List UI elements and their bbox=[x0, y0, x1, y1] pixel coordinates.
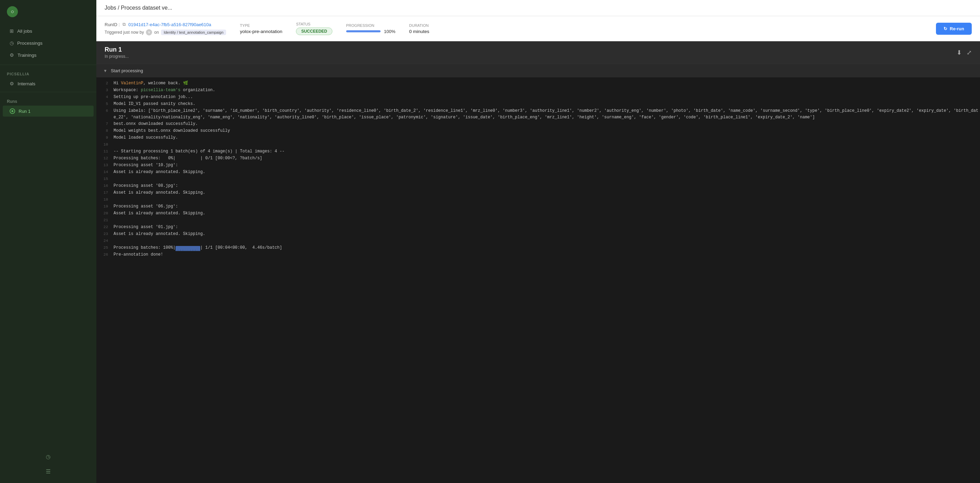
sidebar-item-run-1[interactable]: Run 1 bbox=[3, 106, 94, 117]
run-item-label: Run 1 bbox=[19, 109, 30, 114]
log-line-number: 11 bbox=[96, 148, 113, 155]
log-line-text: Workspace: picsellia-team's organization… bbox=[113, 87, 980, 94]
progression-bar-bg bbox=[346, 30, 380, 32]
duration-value: 0 minutes bbox=[409, 29, 430, 34]
log-line-text: Processing asset '06.jpg': bbox=[113, 203, 980, 210]
sidebar-item-all-jobs[interactable]: ⊞ All jobs bbox=[3, 25, 94, 37]
picsellia-section-label: Picsellia bbox=[0, 67, 96, 78]
sidebar-item-processings[interactable]: ◷ Processings bbox=[3, 37, 94, 49]
progression-bar-wrap: 100% bbox=[346, 29, 395, 34]
download-button[interactable]: ⬇ bbox=[956, 49, 962, 56]
triggered-row: Triggered just now by V on Identity / te… bbox=[105, 29, 226, 35]
type-col: Type yolox-pre-annotation bbox=[240, 24, 282, 34]
log-line-text: Processing batches: 100%|██████████| 1/1… bbox=[113, 245, 980, 251]
progression-label: Progression bbox=[346, 24, 395, 27]
log-line-text: Pre-annotation done! bbox=[113, 251, 980, 258]
log-line-text: Model ID_V1 passed sanity checks. bbox=[113, 101, 980, 107]
run-dot-inner bbox=[11, 110, 13, 112]
log-line: 16Processing asset '08.jpg': bbox=[96, 183, 980, 189]
log-line-number: 16 bbox=[96, 183, 113, 189]
status-col: Status SUCCEEDED bbox=[296, 22, 332, 35]
log-line-number: 24 bbox=[96, 238, 113, 244]
run-header-bar: Run 1 In progress... ⬇ ⤢ bbox=[96, 41, 980, 64]
rerun-button[interactable]: ↻ Re-run bbox=[936, 23, 972, 35]
sidebar-bottom-icon-clock[interactable]: ◷ bbox=[0, 449, 96, 464]
log-panel: ▼ Start processing 2Hi ValentinP, welcom… bbox=[96, 64, 980, 261]
status-badge: SUCCEEDED bbox=[296, 27, 332, 35]
log-line: 4Setting up pre-annotation job... bbox=[96, 94, 980, 101]
log-line: 24 bbox=[96, 238, 980, 245]
log-line-text: -- Starting processing 1 batch(es) of 4 … bbox=[113, 148, 980, 155]
log-line: 15 bbox=[96, 176, 980, 183]
log-line: 11-- Starting processing 1 batch(es) of … bbox=[96, 148, 980, 155]
log-line-text: Asset is already annotated. Skipping. bbox=[113, 169, 980, 175]
log-line: 10 bbox=[96, 141, 980, 148]
sidebar-top-nav: ⊞ All jobs ◷ Processings ⚙ Trainings bbox=[0, 24, 96, 63]
log-line-number: 12 bbox=[96, 155, 113, 162]
log-line: 20Asset is already annotated. Skipping. bbox=[96, 210, 980, 217]
log-line-text: Processing asset '10.jpg': bbox=[113, 162, 980, 168]
log-line-number: 19 bbox=[96, 203, 113, 210]
triggered-on: on bbox=[154, 30, 159, 35]
log-line: 9Model loaded successfully. bbox=[96, 135, 980, 141]
duration-label: Duration bbox=[409, 24, 430, 27]
log-line-number: 3 bbox=[96, 87, 113, 94]
type-label: Type bbox=[240, 24, 282, 27]
log-body: 2Hi ValentinP, welcome back. 🌿3Workspace… bbox=[96, 78, 980, 261]
sidebar-divider bbox=[0, 65, 96, 65]
log-line: 23Asset is already annotated. Skipping. bbox=[96, 231, 980, 238]
log-section-header[interactable]: ▼ Start processing bbox=[96, 64, 980, 78]
run-header-actions: ⬇ ⤢ bbox=[956, 49, 972, 56]
chevron-down-icon: ▼ bbox=[103, 68, 107, 73]
sidebar: ○ ⊞ All jobs ◷ Processings ⚙ Trainings P… bbox=[0, 0, 96, 483]
rerun-label: Re-run bbox=[950, 26, 964, 31]
log-line-text: Asset is already annotated. Skipping. bbox=[113, 210, 980, 217]
expand-button[interactable]: ⤢ bbox=[967, 49, 972, 56]
log-line-text: Processing asset '08.jpg': bbox=[113, 183, 980, 189]
log-line-number: 22 bbox=[96, 224, 113, 230]
log-section-title: Start processing bbox=[111, 68, 143, 73]
run-id-value[interactable]: 01941d17-e4ac-7fb5-a516-827f90ae610a bbox=[128, 22, 211, 27]
log-line-number: 6 bbox=[96, 108, 113, 114]
rerun-icon: ↻ bbox=[943, 26, 947, 31]
log-line-number: 5 bbox=[96, 101, 113, 107]
run-content: Run 1 In progress... ⬇ ⤢ ▼ Start process… bbox=[96, 41, 980, 483]
gear-small-icon: ⚙ bbox=[10, 81, 14, 86]
log-line: 2Hi ValentinP, welcome back. 🌿 bbox=[96, 80, 980, 87]
log-line-number: 26 bbox=[96, 251, 113, 258]
logo-icon: ○ bbox=[7, 6, 18, 17]
log-line: 25Processing batches: 100%|██████████| 1… bbox=[96, 245, 980, 251]
log-line-number: 7 bbox=[96, 121, 113, 127]
progression-bar-fill bbox=[346, 30, 380, 32]
page-header: Jobs / Process dataset ve... bbox=[96, 0, 980, 16]
duration-col: Duration 0 minutes bbox=[409, 24, 430, 34]
log-line-number: 13 bbox=[96, 162, 113, 168]
log-line-number: 17 bbox=[96, 189, 113, 196]
sidebar-item-internals[interactable]: ⚙ Internals bbox=[3, 78, 94, 89]
log-line-text: best.onnx downloaded successfully. bbox=[113, 121, 980, 127]
run-id-section: RunID : ⧉ 01941d17-e4ac-7fb5-a516-827f90… bbox=[105, 22, 226, 35]
log-line: 6Using labels: ['birth_place_line2', 'su… bbox=[96, 108, 980, 121]
log-line-number: 20 bbox=[96, 210, 113, 217]
log-line: 21 bbox=[96, 217, 980, 224]
run-subtitle: In progress... bbox=[105, 54, 129, 59]
log-line-text: Asset is already annotated. Skipping. bbox=[113, 231, 980, 237]
sidebar-item-label: Internals bbox=[18, 81, 35, 86]
main-content: Jobs / Process dataset ve... RunID : ⧉ 0… bbox=[96, 0, 980, 483]
log-line: 14Asset is already annotated. Skipping. bbox=[96, 169, 980, 176]
sidebar-bottom-icon-book[interactable]: ☰ bbox=[0, 464, 96, 479]
type-value: yolox-pre-annotation bbox=[240, 29, 282, 34]
sidebar-item-trainings[interactable]: ⚙ Trainings bbox=[3, 49, 94, 61]
username-highlight: ValentinP bbox=[121, 81, 143, 86]
org-highlight: picsellia-team's bbox=[141, 88, 180, 92]
log-line-number: 21 bbox=[96, 217, 113, 224]
tag-badge: Identity / test_annotation_campaign bbox=[161, 30, 226, 35]
log-line-number: 18 bbox=[96, 197, 113, 203]
log-line: 17Asset is already annotated. Skipping. bbox=[96, 189, 980, 197]
log-line-number: 4 bbox=[96, 94, 113, 100]
sidebar-logo: ○ bbox=[0, 0, 96, 24]
log-line: 8Model weights best.onnx downloaded succ… bbox=[96, 128, 980, 135]
log-line-number: 2 bbox=[96, 80, 113, 87]
copy-icon[interactable]: ⧉ bbox=[123, 22, 126, 27]
log-line-text: Processing asset '01.jpg': bbox=[113, 224, 980, 230]
